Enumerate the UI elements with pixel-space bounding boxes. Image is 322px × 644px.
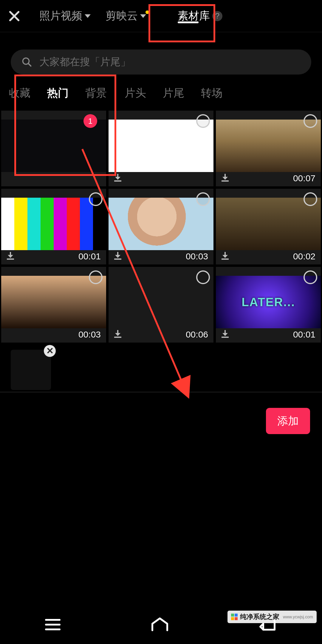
remove-icon[interactable]: ✕ [44, 345, 56, 357]
cat-favorites[interactable]: 收藏 [0, 86, 39, 100]
tray-item[interactable]: ✕ [11, 350, 51, 390]
material-item[interactable]: 00:03 [1, 267, 106, 343]
watermark-url: www.ycwjsj.com [283, 614, 313, 619]
material-item[interactable]: 00:01 [1, 189, 106, 264]
search-icon [21, 57, 32, 67]
svg-line-1 [28, 64, 31, 66]
tab-label: 照片视频 [39, 9, 82, 23]
select-ring-icon[interactable] [304, 114, 317, 128]
material-item[interactable]: 00:06 [109, 267, 213, 343]
material-grid: 1 00:07 00:01 00:03 [0, 111, 322, 343]
active-tab-underline [178, 21, 199, 23]
top-bar: 照片视频 剪映云 素材库 ? [0, 0, 322, 32]
select-ring-icon[interactable] [89, 270, 103, 284]
download-icon[interactable] [6, 251, 15, 260]
notification-dot-icon [145, 10, 149, 14]
material-item[interactable]: 1 [1, 111, 106, 186]
home-icon[interactable] [151, 617, 169, 632]
selected-badge: 1 [83, 114, 97, 128]
brand-logo-icon [231, 614, 238, 620]
tab-photos-videos[interactable]: 照片视频 [39, 9, 91, 23]
download-icon[interactable] [221, 329, 230, 338]
tab-library[interactable]: 素材库 ? [178, 9, 222, 23]
download-icon[interactable] [221, 251, 230, 260]
duration-label: 00:03 [78, 329, 101, 340]
material-item[interactable] [109, 111, 213, 186]
cat-hot[interactable]: 热门 [39, 86, 77, 100]
material-item[interactable]: LATER... 00:01 [216, 267, 321, 343]
material-item[interactable]: 00:03 [109, 189, 213, 264]
duration-label: 00:02 [293, 251, 315, 261]
select-ring-icon[interactable] [196, 270, 210, 284]
chevron-down-icon [140, 14, 146, 18]
material-item[interactable]: 00:07 [216, 111, 321, 186]
watermark: 纯净系统之家 www.ycwjsj.com [227, 611, 317, 623]
duration-label: 00:07 [293, 173, 315, 183]
category-tabs: 收藏 热门 背景 片头 片尾 转场 [0, 75, 322, 111]
divider [0, 392, 322, 392]
search-section: 大家都在搜「片尾」 [0, 32, 322, 75]
select-ring-icon[interactable] [89, 192, 103, 206]
selection-tray: ✕ [0, 340, 322, 400]
cat-outro[interactable]: 片尾 [154, 86, 193, 100]
duration-label: 00:01 [78, 251, 101, 261]
chevron-down-icon [85, 14, 91, 18]
download-icon[interactable] [113, 173, 122, 182]
tab-label: 素材库 [178, 9, 210, 23]
select-ring-icon[interactable] [304, 270, 317, 284]
download-icon[interactable] [113, 329, 122, 338]
duration-label: 00:06 [186, 329, 208, 340]
menu-icon[interactable] [45, 619, 61, 630]
material-item[interactable]: 00:02 [216, 189, 321, 264]
cat-background[interactable]: 背景 [77, 86, 115, 100]
search-placeholder: 大家都在搜「片尾」 [39, 55, 131, 69]
watermark-brand: 纯净系统之家 [240, 612, 279, 621]
duration-label: 00:03 [186, 251, 208, 261]
download-icon[interactable] [221, 173, 230, 182]
overlay-text: LATER... [242, 295, 295, 309]
duration-label: 00:01 [293, 329, 315, 340]
select-ring-icon[interactable] [196, 114, 210, 128]
download-icon[interactable] [113, 251, 122, 260]
tab-cloud[interactable]: 剪映云 [106, 9, 146, 23]
select-ring-icon[interactable] [196, 192, 210, 206]
cat-transition[interactable]: 转场 [193, 86, 231, 100]
help-icon[interactable]: ? [212, 11, 222, 21]
select-ring-icon[interactable] [304, 192, 317, 206]
close-icon[interactable] [7, 9, 21, 23]
cat-intro[interactable]: 片头 [116, 86, 154, 100]
search-input[interactable]: 大家都在搜「片尾」 [11, 49, 311, 75]
tab-label: 剪映云 [106, 9, 138, 23]
add-button[interactable]: 添加 [266, 408, 310, 434]
